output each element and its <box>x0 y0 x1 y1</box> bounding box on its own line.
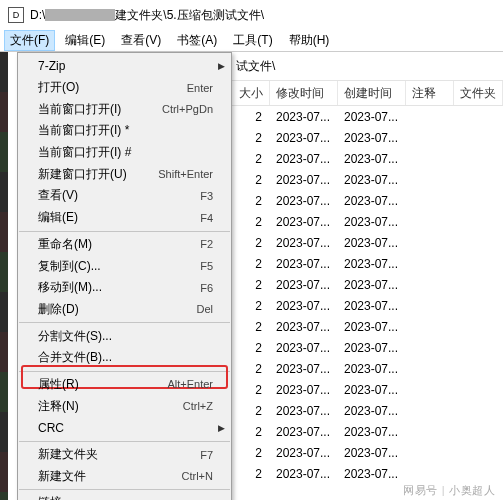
cell-ctime: 2023-07... <box>338 341 406 355</box>
menu-item-label: 打开(O) <box>38 79 79 96</box>
menu-separator <box>19 371 230 372</box>
table-row[interactable]: 22023-07...2023-07... <box>232 463 503 484</box>
menu-item-label: 新建窗口打开(U) <box>38 166 127 183</box>
menu-item-label: 编辑(E) <box>38 209 78 226</box>
cell-ctime: 2023-07... <box>338 173 406 187</box>
cell-size: 2 <box>232 362 270 376</box>
menu-item-2[interactable]: 当前窗口打开(I)Ctrl+PgDn <box>18 98 231 120</box>
table-row[interactable]: 22023-07...2023-07... <box>232 169 503 190</box>
menu-separator <box>19 322 230 323</box>
cell-mtime: 2023-07... <box>270 194 338 208</box>
cell-ctime: 2023-07... <box>338 362 406 376</box>
menu-3[interactable]: 书签(A) <box>171 30 223 51</box>
cell-ctime: 2023-07... <box>338 467 406 481</box>
cell-size: 2 <box>232 341 270 355</box>
menu-item-shortcut: Ctrl+PgDn <box>162 103 213 115</box>
cell-size: 2 <box>232 110 270 124</box>
cell-ctime: 2023-07... <box>338 194 406 208</box>
cell-size: 2 <box>232 320 270 334</box>
menu-item-label: 重命名(M) <box>38 236 92 253</box>
menu-item-12[interactable]: 删除(D)Del <box>18 299 231 321</box>
table-row[interactable]: 22023-07...2023-07... <box>232 358 503 379</box>
table-row[interactable]: 22023-07...2023-07... <box>232 379 503 400</box>
table-row[interactable]: 22023-07...2023-07... <box>232 232 503 253</box>
submenu-arrow-icon: ▶ <box>218 61 225 71</box>
cell-mtime: 2023-07... <box>270 152 338 166</box>
menu-item-shortcut: Ctrl+Z <box>183 400 213 412</box>
path-prefix: D:\ <box>30 8 45 22</box>
menu-item-15[interactable]: 合并文件(B)... <box>18 347 231 369</box>
cell-size: 2 <box>232 152 270 166</box>
col-size[interactable]: 大小 <box>232 81 270 105</box>
menu-item-11[interactable]: 移动到(M)...F6 <box>18 277 231 299</box>
cell-ctime: 2023-07... <box>338 404 406 418</box>
cell-ctime: 2023-07... <box>338 131 406 145</box>
submenu-arrow-icon: ▶ <box>218 423 225 433</box>
cell-size: 2 <box>232 446 270 460</box>
watermark: 网易号|小奥超人 <box>403 483 495 498</box>
menu-item-shortcut: F6 <box>200 282 213 294</box>
menu-item-7[interactable]: 编辑(E)F4 <box>18 207 231 229</box>
menu-item-9[interactable]: 重命名(M)F2 <box>18 234 231 256</box>
cell-size: 2 <box>232 383 270 397</box>
menu-item-6[interactable]: 查看(V)F3 <box>18 185 231 207</box>
menu-item-3[interactable]: 当前窗口打开(I) * <box>18 120 231 142</box>
col-note[interactable]: 注释 <box>406 81 454 105</box>
menu-item-21[interactable]: 新建文件夹F7 <box>18 444 231 466</box>
menu-1[interactable]: 编辑(E) <box>59 30 111 51</box>
menu-bar: 文件(F)编辑(E)查看(V)书签(A)工具(T)帮助(H) <box>0 30 503 52</box>
menu-item-18[interactable]: 注释(N)Ctrl+Z <box>18 395 231 417</box>
menu-item-22[interactable]: 新建文件Ctrl+N <box>18 465 231 487</box>
menu-item-0[interactable]: 7-Zip▶ <box>18 55 231 77</box>
table-row[interactable]: 22023-07...2023-07... <box>232 190 503 211</box>
table-row[interactable]: 22023-07...2023-07... <box>232 316 503 337</box>
cell-mtime: 2023-07... <box>270 383 338 397</box>
table-row[interactable]: 22023-07...2023-07... <box>232 295 503 316</box>
table-row[interactable]: 22023-07...2023-07... <box>232 148 503 169</box>
menu-item-label: 属性(R) <box>38 376 79 393</box>
menu-item-shortcut: Ctrl+N <box>182 470 213 482</box>
table-row[interactable]: 22023-07...2023-07... <box>232 274 503 295</box>
menu-item-14[interactable]: 分割文件(S)... <box>18 325 231 347</box>
table-row[interactable]: 22023-07...2023-07... <box>232 106 503 127</box>
table-row[interactable]: 22023-07...2023-07... <box>232 400 503 421</box>
menu-0[interactable]: 文件(F) <box>4 30 55 51</box>
menu-item-17[interactable]: 属性(R)Alt+Enter <box>18 374 231 396</box>
col-ctime[interactable]: 创建时间 <box>338 81 406 105</box>
table-row[interactable]: 22023-07...2023-07... <box>232 337 503 358</box>
menu-item-4[interactable]: 当前窗口打开(I) # <box>18 142 231 164</box>
table-row[interactable]: 22023-07...2023-07... <box>232 253 503 274</box>
menu-item-1[interactable]: 打开(O)Enter <box>18 77 231 99</box>
cell-mtime: 2023-07... <box>270 299 338 313</box>
menu-5[interactable]: 帮助(H) <box>283 30 336 51</box>
menu-2[interactable]: 查看(V) <box>115 30 167 51</box>
cell-ctime: 2023-07... <box>338 320 406 334</box>
menu-item-19[interactable]: CRC▶ <box>18 417 231 439</box>
menu-item-shortcut: F2 <box>200 238 213 250</box>
menu-4[interactable]: 工具(T) <box>227 30 278 51</box>
table-row[interactable]: 22023-07...2023-07... <box>232 442 503 463</box>
col-folder[interactable]: 文件夹 <box>454 81 503 105</box>
cell-mtime: 2023-07... <box>270 278 338 292</box>
col-mtime[interactable]: 修改时间 <box>270 81 338 105</box>
cell-size: 2 <box>232 236 270 250</box>
watermark-divider: | <box>442 484 445 496</box>
menu-separator <box>19 231 230 232</box>
cell-mtime: 2023-07... <box>270 320 338 334</box>
cell-mtime: 2023-07... <box>270 131 338 145</box>
menu-item-shortcut: Enter <box>187 82 213 94</box>
table-row[interactable]: 22023-07...2023-07... <box>232 127 503 148</box>
cell-ctime: 2023-07... <box>338 299 406 313</box>
cell-mtime: 2023-07... <box>270 446 338 460</box>
cell-size: 2 <box>232 215 270 229</box>
menu-item-label: CRC <box>38 421 64 435</box>
menu-item-label: 删除(D) <box>38 301 79 318</box>
menu-item-24[interactable]: 链接 <box>18 492 231 500</box>
cell-size: 2 <box>232 194 270 208</box>
menu-item-5[interactable]: 新建窗口打开(U)Shift+Enter <box>18 163 231 185</box>
table-row[interactable]: 22023-07...2023-07... <box>232 421 503 442</box>
menu-item-10[interactable]: 复制到(C)...F5 <box>18 255 231 277</box>
table-row[interactable]: 22023-07...2023-07... <box>232 211 503 232</box>
cell-ctime: 2023-07... <box>338 446 406 460</box>
file-rows: 22023-07...2023-07...22023-07...2023-07.… <box>232 106 503 484</box>
